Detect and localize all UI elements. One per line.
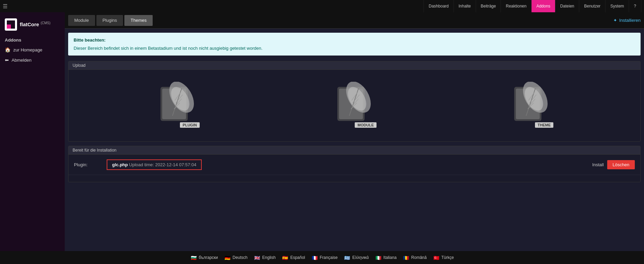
- nav-dateien[interactable]: Dateien: [555, 0, 579, 12]
- nav-links: Dashboard Inhalte Beiträge Reaktionen Ad…: [71, 0, 641, 12]
- nav-reaktionen[interactable]: Reaktionen: [501, 0, 532, 12]
- lang-en[interactable]: 🇬🇧 English: [254, 255, 276, 260]
- lang-it[interactable]: 🇮🇹 Italiana: [375, 255, 397, 260]
- home-icon: 🏠: [5, 47, 11, 52]
- flag-de: 🇩🇪: [224, 255, 231, 260]
- sidebar: flatCore (CMS) Addons 🏠 zur Homepage ⬅ A…: [0, 12, 65, 251]
- module-label-badge: MODULE: [355, 122, 377, 128]
- lang-fr[interactable]: 🇫🇷 Française: [311, 255, 338, 260]
- sidebar-item-homepage[interactable]: 🏠 zur Homepage: [0, 45, 65, 55]
- flag-gr: 🇬🇷: [344, 255, 351, 260]
- logout-icon: ⬅: [5, 57, 9, 63]
- upload-module-item[interactable]: MODULE: [332, 80, 377, 131]
- main-content: Module Plugins Themes ✦ Installieren Bit…: [65, 12, 644, 251]
- tab-module[interactable]: Module: [68, 15, 95, 26]
- upload-time-value: 2022-12-14 07:57:04: [155, 162, 196, 167]
- lang-es-label: Español: [290, 255, 305, 260]
- lang-fr-label: Française: [320, 255, 338, 260]
- flag-es: 🇪🇸: [282, 255, 289, 260]
- plugin-feather-icon: PLUGIN: [155, 80, 200, 131]
- upload-header: Upload: [68, 61, 640, 70]
- install-panel: Bereit für die Installation Plugin: glc.…: [68, 146, 641, 182]
- info-box-title: Bitte beachten:: [74, 37, 635, 44]
- flag-en: 🇬🇧: [254, 255, 261, 260]
- flag-tr: 🇹🇷: [433, 255, 440, 260]
- hamburger-icon[interactable]: ☰: [3, 3, 7, 10]
- lang-ro[interactable]: 🇷🇴 Română: [403, 255, 427, 260]
- flag-bg: 🇧🇬: [190, 255, 197, 260]
- footer-languages: 🇧🇬 български 🇩🇪 Deutsch 🇬🇧 English 🇪🇸 Es…: [0, 255, 644, 260]
- module-feather-icon: MODULE: [332, 80, 377, 131]
- sidebar-logo: flatCore (CMS): [0, 15, 65, 34]
- lang-en-label: English: [262, 255, 276, 260]
- svg-rect-1: [11, 20, 15, 25]
- install-actions: Install Löschen: [592, 160, 635, 169]
- info-box-text: Dieser Bereich befindet sich in einem Be…: [74, 46, 262, 51]
- upload-theme-item[interactable]: THEME: [509, 80, 553, 131]
- nav-inhalte[interactable]: Inhalte: [454, 0, 476, 12]
- svg-rect-3: [11, 25, 15, 29]
- sidebar-section-label: Addons: [0, 35, 65, 45]
- install-filename: glc.php: [112, 162, 128, 167]
- nav-left: ☰: [3, 3, 71, 10]
- info-box: Bitte beachten: Dieser Bereich befindet …: [68, 33, 641, 56]
- theme-feather-icon: THEME: [509, 80, 553, 131]
- tab-bar: Module Plugins Themes ✦ Installieren: [65, 12, 644, 29]
- svg-rect-0: [7, 20, 11, 25]
- upload-icons-row: PLUGIN: [68, 70, 640, 141]
- lang-de-label: Deutsch: [233, 255, 248, 260]
- theme-label-badge: THEME: [535, 122, 554, 128]
- logo-icon: [5, 18, 17, 31]
- lang-bg[interactable]: 🇧🇬 български: [190, 255, 218, 260]
- install-button[interactable]: ✦ Installieren: [613, 18, 641, 23]
- footer: 🇧🇬 български 🇩🇪 Deutsch 🇬🇧 English 🇪🇸 Es…: [0, 251, 644, 264]
- tab-themes[interactable]: Themes: [124, 15, 153, 26]
- install-type-label: Plugin:: [74, 162, 101, 167]
- lang-gr-label: Ελληνικά: [352, 255, 369, 260]
- lang-es[interactable]: 🇪🇸 Español: [282, 255, 305, 260]
- lang-de[interactable]: 🇩🇪 Deutsch: [224, 255, 248, 260]
- lang-tr-label: Türkçe: [441, 255, 454, 260]
- sidebar-logout-label: Abmelden: [12, 58, 32, 63]
- nav-beitraege[interactable]: Beiträge: [476, 0, 501, 12]
- plugin-label-badge: PLUGIN: [180, 122, 200, 128]
- sidebar-item-logout[interactable]: ⬅ Abmelden: [0, 55, 65, 65]
- lang-ro-label: Română: [411, 255, 427, 260]
- install-action-btn[interactable]: Install: [592, 162, 604, 167]
- delete-action-btn[interactable]: Löschen: [607, 160, 635, 169]
- install-progress: [68, 175, 640, 182]
- body-layout: flatCore (CMS) Addons 🏠 zur Homepage ⬅ A…: [0, 12, 644, 251]
- install-file-badge: glc.php Upload time: 2022-12-14 07:57:04: [107, 159, 202, 170]
- upload-panel: Upload: [68, 61, 641, 142]
- install-row: Plugin: glc.php Upload time: 2022-12-14 …: [68, 155, 640, 175]
- nav-addons[interactable]: Addons: [532, 0, 555, 12]
- lang-tr[interactable]: 🇹🇷 Türkçe: [433, 255, 454, 260]
- nav-help[interactable]: ?: [629, 0, 641, 12]
- upload-plugin-item[interactable]: PLUGIN: [155, 80, 200, 131]
- top-nav: ☰ Dashboard Inhalte Beiträge Reaktionen …: [0, 0, 644, 12]
- flag-fr: 🇫🇷: [311, 255, 318, 260]
- lang-bg-label: български: [199, 255, 218, 260]
- nav-dashboard[interactable]: Dashboard: [424, 0, 454, 12]
- install-label: Installieren: [619, 18, 641, 23]
- logo-text: flatCore (CMS): [20, 21, 50, 28]
- lang-gr[interactable]: 🇬🇷 Ελληνικά: [344, 255, 369, 260]
- flag-it: 🇮🇹: [375, 255, 382, 260]
- install-header: Bereit für die Installation: [68, 146, 640, 155]
- nav-benutzer[interactable]: Benutzer: [579, 0, 605, 12]
- install-icon: ✦: [613, 18, 617, 23]
- nav-system[interactable]: System: [605, 0, 629, 12]
- svg-rect-2: [7, 25, 11, 29]
- flag-ro: 🇷🇴: [403, 255, 410, 260]
- tab-plugins[interactable]: Plugins: [96, 15, 123, 26]
- upload-time-label: Upload time:: [129, 162, 155, 167]
- sidebar-homepage-label: zur Homepage: [13, 47, 42, 52]
- lang-it-label: Italiana: [383, 255, 397, 260]
